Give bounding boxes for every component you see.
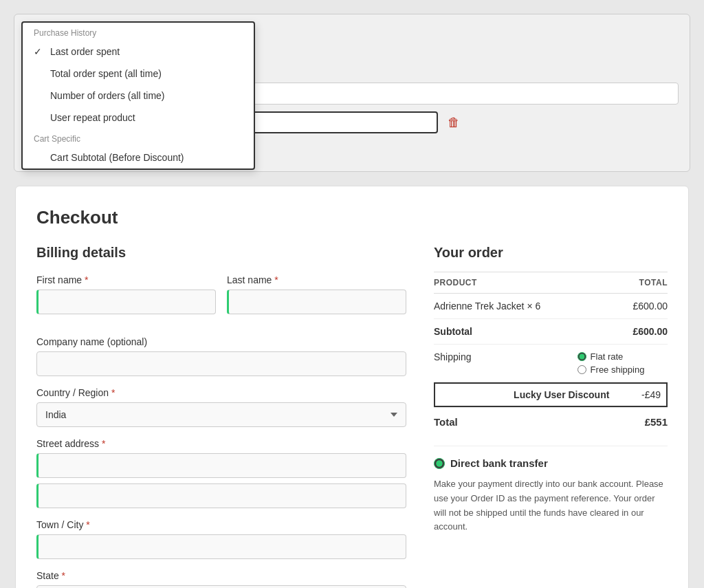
free-shipping-label: Free shipping xyxy=(591,364,645,375)
discount-row: Lucky User Discount -£49 xyxy=(434,382,668,408)
shipping-options: Flat rate Free shipping xyxy=(578,351,668,375)
total-value: £551 xyxy=(578,408,668,435)
dropdown-item-user-repeat-product[interactable]: User repeat product xyxy=(23,107,254,129)
discount-label: Lucky User Discount xyxy=(434,383,615,406)
state-label: State * xyxy=(36,570,406,581)
street-group: Street address * D-132, Part-10 Parshwna… xyxy=(36,438,406,508)
direct-bank-description: Make your payment directly into our bank… xyxy=(434,477,668,534)
dropdown-item-total-order-spent[interactable]: Total order spent (all time) xyxy=(23,63,254,85)
dropdown-item-label: Number of orders (all time) xyxy=(50,90,165,101)
company-input[interactable]: Weekend Meeting xyxy=(36,351,406,376)
order-item-total: £600.00 xyxy=(578,294,668,319)
shipping-options-cell: Flat rate Free shipping xyxy=(578,345,668,382)
country-group: Country / Region * India xyxy=(36,387,406,427)
first-name-group: First name * Hitendra xyxy=(36,274,216,314)
dropdown-item-label: User repeat product xyxy=(50,112,135,123)
discount-cell-wrapper: Lucky User Discount -£49 xyxy=(434,382,668,408)
flat-rate-label: Flat rate xyxy=(591,351,624,362)
total-label: Total xyxy=(434,408,578,435)
free-shipping-radio[interactable] xyxy=(578,365,586,374)
free-shipping-option[interactable]: Free shipping xyxy=(578,364,668,375)
checkout-grid: Billing details First name * Hitendra La… xyxy=(36,245,668,588)
shipping-row: Shipping Flat rate Free shipping xyxy=(434,345,668,382)
required-star-3: * xyxy=(111,387,115,398)
city-input[interactable]: Ahmedabad xyxy=(36,534,406,559)
billing-section: Billing details First name * Hitendra La… xyxy=(36,245,406,588)
dropdown-item-label: Total order spent (all time) xyxy=(50,68,162,79)
flat-rate-radio[interactable] xyxy=(578,352,586,361)
last-name-label: Last name * xyxy=(227,274,406,285)
checkout-title: Checkout xyxy=(36,207,668,228)
required-star-6: * xyxy=(62,570,65,581)
checkout-panel: Checkout Billing details First name * Hi… xyxy=(15,186,689,588)
state-group: State * Gujarat xyxy=(36,570,406,588)
shipping-label: Shipping xyxy=(434,345,578,382)
checkmark-icon: ✓ xyxy=(34,46,45,57)
dropdown-group-label: Purchase History xyxy=(23,23,254,41)
dropdown-item-label: Cart Subtotal (Before Discount) xyxy=(50,152,184,163)
order-section: Your order PRODUCT TOTAL Adrienne Trek J… xyxy=(434,245,668,588)
total-row: Total £551 xyxy=(434,408,668,435)
delete-rule-button[interactable]: 🗑 xyxy=(445,113,463,133)
direct-bank-option[interactable]: Direct bank transfer xyxy=(434,457,668,469)
payment-section: Direct bank transfer Make your payment d… xyxy=(434,446,668,534)
billing-title: Billing details xyxy=(36,245,406,261)
total-header: TOTAL xyxy=(578,272,668,294)
last-name-group: Last name * Chopda xyxy=(227,274,406,314)
company-group: Company name (optional) Weekend Meeting xyxy=(36,336,406,376)
required-star-5: * xyxy=(86,519,89,530)
country-select[interactable]: India xyxy=(36,402,406,427)
last-name-input[interactable]: Chopda xyxy=(227,290,406,314)
required-star-2: * xyxy=(274,274,278,285)
discount-value: -£49 xyxy=(615,383,667,406)
subtotal-row: Subtotal £600.00 xyxy=(434,319,668,345)
dropdown-item-number-of-orders[interactable]: Number of orders (all time) xyxy=(23,85,254,107)
city-label: Town / City * xyxy=(36,519,406,530)
order-item-row: Adrienne Trek Jacket × 6 £600.00 xyxy=(434,294,668,319)
subtotal-value: £600.00 xyxy=(578,319,668,345)
cart-specific-label: Cart Specific xyxy=(23,129,254,146)
purchase-history-dropdown: Purchase History ✓ Last order spent Tota… xyxy=(21,21,255,170)
state-select[interactable]: Gujarat xyxy=(36,585,406,588)
flat-rate-option[interactable]: Flat rate xyxy=(578,351,668,362)
discount-table: Lucky User Discount -£49 xyxy=(434,382,668,407)
subtotal-label: Subtotal xyxy=(434,319,578,345)
dropdown-item-last-order-spent[interactable]: ✓ Last order spent xyxy=(23,41,254,63)
direct-bank-label: Direct bank transfer xyxy=(450,457,548,469)
street-input-1[interactable]: D-132, Part-10 xyxy=(36,453,406,478)
city-group: Town / City * Ahmedabad xyxy=(36,519,406,559)
required-star: * xyxy=(85,274,88,285)
street-label: Street address * xyxy=(36,438,406,449)
order-table: PRODUCT TOTAL Adrienne Trek Jacket × 6 £… xyxy=(434,272,668,435)
name-row: First name * Hitendra Last name * Chopda xyxy=(36,274,406,325)
dropdown-item-cart-subtotal[interactable]: Cart Subtotal (Before Discount) xyxy=(23,146,254,168)
company-label: Company name (optional) xyxy=(36,336,406,347)
product-header: PRODUCT xyxy=(434,272,578,294)
direct-bank-radio[interactable] xyxy=(434,458,445,469)
dropdown-item-label: Last order spent xyxy=(50,46,120,57)
required-star-4: * xyxy=(102,438,105,449)
order-item-name: Adrienne Trek Jacket × 6 xyxy=(434,294,578,319)
first-name-input[interactable]: Hitendra xyxy=(36,290,216,314)
first-name-label: First name * xyxy=(36,274,216,285)
street-input-2[interactable]: Parshwnath Township xyxy=(36,483,406,508)
rule-builder-panel: + Add Rule below All rule match Purchase… xyxy=(14,14,690,172)
order-title: Your order xyxy=(434,245,668,261)
country-label: Country / Region * xyxy=(36,387,406,398)
